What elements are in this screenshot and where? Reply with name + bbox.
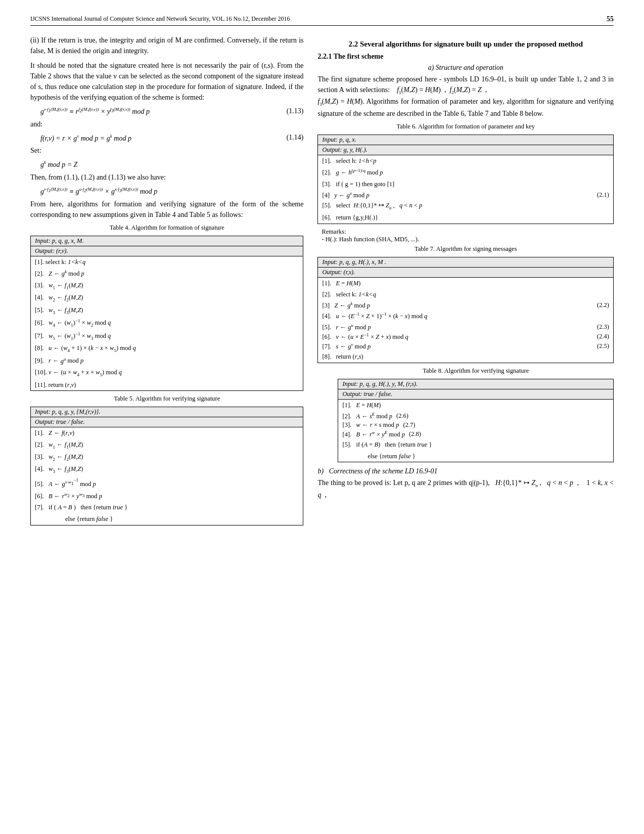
table7-input: Input: p, q, g, H(.), x, M .	[318, 257, 613, 268]
table5-output: Output: true / false.	[31, 417, 303, 427]
table8-step-5b: else {return false }	[338, 451, 613, 462]
table6: Input: p, q, x. Output: g, y, H(.). [1].…	[317, 135, 614, 224]
bottom-paragraph: The thing to be proved is: Let p, q are …	[317, 477, 614, 500]
table4-step-1: [1]. select k: 1<k<q	[31, 256, 303, 268]
journal-title: IJCSNS International Journal of Computer…	[30, 15, 607, 23]
table8-step-2: [2]. A ← sE mod p (2.6)	[338, 411, 613, 421]
table7-step-7: [7]. s ← gv mod p (2.5)	[318, 341, 613, 351]
table4-step-11: [11]. return (r,v)	[31, 379, 303, 391]
table8-step-4: [4]. B ← rw × yE mod p (2.8)	[338, 429, 613, 439]
remarks-section: Remarks: - H(.): Hash function (SHA, MD5…	[321, 228, 610, 243]
table6-step-4: [4] y ← gx mod p (2.1)	[318, 190, 613, 200]
equation-1-13: gv·f1(M,f(r,v)) ≡ rf2(M,f(r,v)) × yf3(M,…	[40, 107, 303, 116]
table6-step-1: [1]. select h: 1<h<p	[318, 155, 613, 167]
table5-step-5: [5]. A ← gv·w1−1 mod p	[31, 476, 303, 490]
table5-step-1: [1]. Z ← f(r,v)	[31, 427, 303, 439]
table5-input: Input: p, q, g, y, {M,(r,v)}.	[31, 407, 303, 417]
table7-step-8: [8]. return (r,s)	[318, 351, 613, 363]
table4-input: Input: p, q, g, x, M.	[31, 236, 303, 246]
table4-step-2: [2]. Z ← gk mod p	[31, 268, 303, 280]
remarks-title: Remarks:	[321, 228, 610, 236]
two-column-layout: (ii) If the return is true, the integrit…	[30, 35, 614, 530]
table7-step-1: [1]. E = H(M)	[318, 278, 613, 289]
table5-step-3: [3]. w2 ← f2(M,Z)	[31, 451, 303, 463]
eq-1-13-label: (1.13)	[287, 107, 304, 115]
table6-title: Table 6. Algorithm for formation of para…	[317, 123, 614, 130]
eq-2-1-label: (2.1)	[597, 191, 609, 199]
table4-step-8: [8]. u ← (w4 + 1) × (k − x × w5) mod q	[31, 342, 303, 355]
table5-step-7b: else {return false }	[31, 513, 303, 525]
table8-wrapper: Table 8. Algorithm for verifying signatu…	[338, 367, 614, 462]
table4-step-3: [3]. w1 ← f1(M,Z)	[31, 280, 303, 292]
eq-1-13-content: gv·f1(M,f(r,v)) ≡ rf2(M,f(r,v)) × yf3(M,…	[40, 107, 150, 116]
table6-step-5: [5]. select H:{0,1}* ↦ Zn , q < n < p	[318, 200, 613, 212]
table7-step-2: [2]. select k: 1<k<q	[318, 289, 613, 300]
table5-step-6: [6]. B ← rw2 × yw3 mod p	[31, 490, 303, 502]
sub-b-title: b) Correctness of the scheme LD 16.9-01	[317, 467, 614, 475]
table8-step-5: [5]. if (A = B) then {return true }	[338, 439, 613, 451]
table7-step-6: [6]. v ← (u × E−1 × Z + x) mod q (2.4)	[318, 332, 613, 341]
table4-step-5: [5]. w3 ← f3(M,Z)	[31, 304, 303, 317]
eq-2-6-label: (2.6)	[396, 412, 408, 420]
table7: Input: p, q, g, H(.), x, M . Output: (r,…	[317, 257, 614, 363]
right-column: 2.2 Several algorithms for signature bui…	[317, 35, 614, 530]
table4-step-6: [6]. w4 ← (w1)−1 × w2 mod q	[31, 317, 303, 330]
para-note: It should be noted that the signature cr…	[30, 60, 303, 103]
table5-step-4: [4]. w3 ← f3(M,Z)	[31, 463, 303, 475]
table4-title: Table 4. Algorithm for formation of sign…	[30, 224, 303, 232]
right-para1: The first signature scheme proposed here…	[317, 74, 614, 119]
eq-2-2-label: (2.2)	[597, 301, 609, 309]
table7-step-5: [5]. r ← gu mod p (2.3)	[318, 322, 613, 332]
remarks-content: - H(.): Hash function (SHA, MD5, ...).	[321, 236, 610, 243]
table6-step-6: [6]. return {g,y,H(.)}	[318, 212, 613, 224]
and-text: and:	[30, 119, 303, 129]
eq-2-3-label: (2.3)	[597, 323, 609, 331]
set-equation: gk mod p = Z	[40, 160, 303, 169]
table4-output: Output: (r,v).	[31, 246, 303, 256]
eq-1-14-content: f(r,v) = r × gv mod p = gk mod p	[40, 134, 131, 143]
table6-input: Input: p, q, x.	[318, 135, 613, 145]
eq-2-7-label: (2.7)	[403, 421, 415, 429]
then-eq-content: gv·f1(M,f(r,v)) ≡ gu·f2(M,f(r,v)) × gx·f…	[40, 187, 157, 196]
sub-a-title: a) Structure and operation	[317, 64, 614, 72]
equation-1-14: f(r,v) = r × gv mod p = gk mod p (1.14)	[40, 134, 303, 143]
table7-output: Output: (r,s).	[318, 268, 613, 278]
table6-step-3: [3]. if ( g = 1) then goto [1]	[318, 179, 613, 190]
table6-step-2: [2]. g ← h(p−1)/q mod p	[318, 166, 613, 179]
table8-step-3: [3]. w ← r × s mod p (2.7)	[338, 421, 613, 429]
page: IJCSNS International Journal of Computer…	[0, 0, 644, 834]
table5-step-2: [2]. w1 ← f1(M,Z)	[31, 439, 303, 451]
table8-step-1: [1]. E = H(M)	[338, 400, 613, 411]
set-text: Set:	[30, 145, 303, 156]
table5-title: Table 5. Algorithm for verifying signatu…	[30, 395, 303, 403]
eq-2-5-label: (2.5)	[597, 342, 609, 350]
page-header: IJCSNS International Journal of Computer…	[30, 15, 614, 26]
table8: Input: p, q, g, H(.), y, M, (r,s). Outpu…	[338, 379, 614, 462]
table4-step-10: [10]. v ← (u × w4 + x × w5) mod q	[31, 367, 303, 379]
table7-step-4: [4]. u ← (E−1 × Z + 1)−1 × (k − x) mod q	[318, 310, 613, 322]
table4-step-9: [9]. r ← gu mod p	[31, 355, 303, 367]
left-column: (ii) If the return is true, the integrit…	[30, 35, 303, 530]
section-2-2-title: 2.2 Several algorithms for signature bui…	[317, 40, 614, 49]
table6-output: Output: g, y, H(.).	[318, 145, 613, 155]
eq-2-4-label: (2.4)	[597, 333, 609, 340]
sub-b-section: b) Correctness of the scheme LD 16.9-01 …	[317, 467, 614, 500]
table4: Input: p, q, g, x, M. Output: (r,v). [1]…	[30, 236, 303, 391]
eq-2-8-label: (2.8)	[409, 430, 421, 438]
table4-step-7: [7]. w5 ← (w1)−1 × w3 mod q	[31, 330, 303, 343]
eq-1-14-label: (1.14)	[287, 134, 304, 142]
table7-step-3: [3] Z ← gk mod p (2.2)	[318, 300, 613, 310]
para-ii: (ii) If the return is true, the integrit…	[30, 35, 303, 56]
table8-output: Output: true / false.	[338, 389, 613, 400]
table5: Input: p, q, g, y, {M,(r,v)}. Output: tr…	[30, 407, 303, 525]
table8-title: Table 8. Algorithm for verifying signatu…	[338, 367, 614, 375]
table8-input: Input: p, q, g, H(.), y, M, (r,s).	[338, 379, 613, 389]
then-text: Then, from (1.1), (1.2) and (1.13) we al…	[30, 172, 303, 183]
then-equation: gv·f1(M,f(r,v)) ≡ gu·f2(M,f(r,v)) × gx·f…	[40, 187, 303, 196]
set-eq-content: gk mod p = Z	[40, 160, 77, 169]
subsection-2-2-1: 2.2.1 The first scheme	[317, 53, 614, 61]
table7-title: Table 7. Algorithm for signing messages	[317, 245, 614, 253]
from-text: From here, algorithms for formation and …	[30, 199, 303, 220]
page-number: 55	[607, 15, 614, 23]
table5-step-7: [7]. if ( A = B ) then {return true }	[31, 502, 303, 513]
